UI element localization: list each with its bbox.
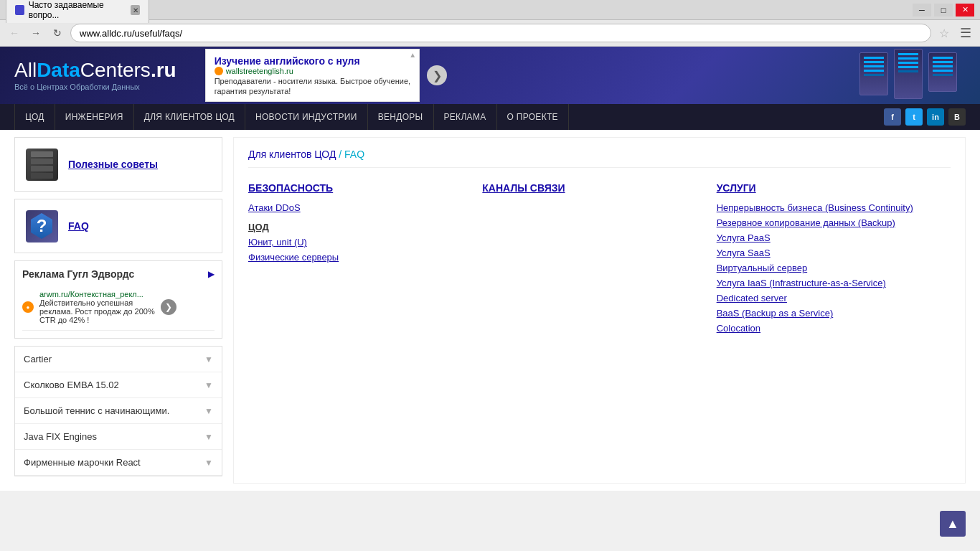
sidebar-faq-widget: ? FAQ xyxy=(14,199,222,253)
nav-item-cod[interactable]: ЦОД xyxy=(14,104,55,130)
faq-link-baas[interactable]: BaaS (Backup as a Service) xyxy=(717,308,936,319)
site-wrapper: AllDataCenters.ru Всё о Центрах Обработк… xyxy=(0,47,980,491)
faq-columns: БЕЗОПАСНОСТЬ Атаки DDoS ЦОД Юнит, unit (… xyxy=(248,182,951,338)
polezny-link[interactable]: Полезные советы xyxy=(15,138,222,191)
breadcrumb-separator: / xyxy=(339,149,344,160)
close-button[interactable]: ✕ xyxy=(956,4,974,17)
faq-col-services: УСЛУГИ Непрерывность бизнеса (Business C… xyxy=(717,182,951,338)
faq-link-colocation[interactable]: Colocation xyxy=(717,323,936,334)
security-header[interactable]: БЕЗОПАСНОСТЬ xyxy=(248,182,468,194)
facebook-link[interactable]: f xyxy=(884,108,901,126)
server-images xyxy=(851,47,966,104)
sidebar-list-item-cartier[interactable]: Cartier ▼ xyxy=(15,347,222,372)
sidebar-ad-arrow-button[interactable]: ❯ xyxy=(161,299,176,315)
sidebar-list-item-skolkovo[interactable]: Сколково EMBA 15.02 ▼ xyxy=(15,372,222,398)
logo-all: All xyxy=(14,59,37,81)
sidebar-list-label-tennis: Большой теннис с начинающими. xyxy=(24,405,169,416)
reload-button[interactable]: ↻ xyxy=(49,24,66,42)
menu-icon[interactable]: ☰ xyxy=(957,24,974,42)
faq-link-virtual-server[interactable]: Виртуальный сервер xyxy=(717,263,936,273)
sidebar-ad-text2: реклама. Рост продаж до 200% xyxy=(39,307,155,316)
sidebar-list-label-marochki: Фирменные марочки React xyxy=(24,457,141,468)
sidebar-list-item-marochki[interactable]: Фирменные марочки React ▼ xyxy=(15,450,222,476)
services-header[interactable]: УСЛУГИ xyxy=(717,182,936,194)
sidebar-ad-text3: CTR до 42% ! xyxy=(39,316,155,324)
breadcrumb-current: FAQ xyxy=(344,149,364,160)
sidebar-list-item-tennis[interactable]: Большой теннис с начинающими. ▼ xyxy=(15,398,222,424)
browser-tab[interactable]: Часто задаваемые вопро... ✕ xyxy=(6,0,149,23)
tab-favicon xyxy=(15,5,24,15)
faq-col-channels: КАНАЛЫ СВЯЗИ xyxy=(482,182,716,338)
blog-link[interactable]: B xyxy=(948,108,966,126)
nav-item-engineering[interactable]: ИНЖЕНЕРИЯ xyxy=(55,104,134,130)
faq-sidebar-link[interactable]: ? FAQ xyxy=(15,199,222,253)
sidebar-ad-item[interactable]: ● arwm.ru/Контекстная_рекл... Действител… xyxy=(22,284,215,331)
faq-link-iaas[interactable]: Услуга IaaS (Infrastructure-as-a-Service… xyxy=(717,278,936,288)
faq-section-cod[interactable]: ЦОД xyxy=(248,222,468,232)
faq-link-backup[interactable]: Резервное копирование данных (Backup) xyxy=(717,217,936,228)
site-subtitle: Всё о Центрах Обработки Данных xyxy=(14,83,176,91)
logo-centers: Centers xyxy=(80,59,151,81)
twitter-link[interactable]: t xyxy=(905,108,923,126)
sidebar-ad-header: Реклама Гугл Эдвордс ▶ xyxy=(22,268,215,280)
breadcrumb-clients-link[interactable]: Для клиентов ЦОД xyxy=(248,149,336,160)
ad-site-icon xyxy=(215,67,223,75)
faq-link-saas[interactable]: Услуга SaaS xyxy=(717,248,936,258)
bookmark-star-icon[interactable]: ☆ xyxy=(936,24,953,42)
header-ad-desc1: Преподаватели - носители языка. Быстрое … xyxy=(215,77,410,85)
nav-item-vendors[interactable]: ВЕНДОРЫ xyxy=(368,104,434,130)
header-ad-urltext: wallstreetenglish.ru xyxy=(226,67,293,75)
faq-sidebar-label: FAQ xyxy=(68,220,89,232)
logo-area: AllDataCenters.ru Всё о Центрах Обработк… xyxy=(14,60,176,91)
nav-item-about[interactable]: О ПРОЕКТЕ xyxy=(497,104,569,130)
faq-link-paas[interactable]: Услуга PaaS xyxy=(717,232,936,243)
sidebar-ad-title: Реклама Гугл Эдвордс xyxy=(22,268,134,280)
browser-chrome: Часто задаваемые вопро... ✕ ─ □ ✕ ← → ↻ … xyxy=(0,0,980,47)
faq-col-security: БЕЗОПАСНОСТЬ Атаки DDoS ЦОД Юнит, unit (… xyxy=(248,182,482,338)
forward-button[interactable]: → xyxy=(27,24,44,42)
browser-titlebar: Часто задаваемые вопро... ✕ ─ □ ✕ xyxy=(0,0,980,20)
nav-menu: ЦОД ИНЖЕНЕРИЯ ДЛЯ КЛИЕНТОВ ЦОД НОВОСТИ И… xyxy=(14,104,569,130)
sidebar-list-item-java[interactable]: Java FIX Engines ▼ xyxy=(15,424,222,450)
maximize-button[interactable]: □ xyxy=(934,4,953,17)
sidebar-list-label-skolkovo: Сколково EMBA 15.02 xyxy=(24,380,119,390)
nav-item-news[interactable]: НОВОСТИ ИНДУСТРИИ xyxy=(245,104,368,130)
tab-close-button[interactable]: ✕ xyxy=(131,5,140,15)
header-ad-url: wallstreetenglish.ru xyxy=(215,67,410,75)
header-ad-arrow-button[interactable]: ❯ xyxy=(427,65,447,85)
chevron-down-icon-skolkovo: ▼ xyxy=(204,380,213,390)
nav-item-advertising[interactable]: РЕКЛАМА xyxy=(434,104,497,130)
faq-link-servers[interactable]: Физические серверы xyxy=(248,252,468,263)
server-rack-2 xyxy=(894,49,923,99)
faq-icon-img: ? xyxy=(26,210,58,242)
sidebar-ad-url: arwm.ru/Контекстная_рекл... xyxy=(39,290,155,298)
shield-icon: ? xyxy=(31,213,52,239)
address-bar[interactable] xyxy=(70,24,931,42)
faq-link-unit[interactable]: Юнит, unit (U) xyxy=(248,237,468,248)
header-advertisement: ▲ Изучение английского с нуля wallstreet… xyxy=(205,49,420,102)
sidebar-ad-text1: Действительно успешная xyxy=(39,298,155,307)
sidebar-list-widget: Cartier ▼ Сколково EMBA 15.02 ▼ Большой … xyxy=(14,346,222,476)
server-rack-1 xyxy=(859,52,888,95)
window-controls: ─ □ ✕ xyxy=(913,4,974,17)
back-button[interactable]: ← xyxy=(6,24,23,42)
minimize-button[interactable]: ─ xyxy=(913,4,931,17)
sidebar-ad-site-icon: ● xyxy=(22,301,34,313)
chevron-down-icon-java: ▼ xyxy=(204,432,213,442)
logo-ru: .ru xyxy=(151,59,176,81)
faq-link-dedicated-server[interactable]: Dedicated server xyxy=(717,293,936,303)
faq-link-ddos[interactable]: Атаки DDoS xyxy=(248,202,468,213)
main-content: Для клиентов ЦОД / FAQ БЕЗОПАСНОСТЬ Атак… xyxy=(233,137,966,484)
faq-link-business-continuity[interactable]: Непрерывность бизнеса (Business Continui… xyxy=(717,202,936,213)
nav-item-clients[interactable]: ДЛЯ КЛИЕНТОВ ЦОД xyxy=(134,104,245,130)
header-ad-title[interactable]: Изучение английского с нуля xyxy=(215,55,410,67)
sidebar-ad-content: arwm.ru/Контекстная_рекл... Действительн… xyxy=(39,290,155,324)
site-logo[interactable]: AllDataCenters.ru xyxy=(14,60,176,80)
sidebar-ad-triangle-icon: ▶ xyxy=(208,269,215,279)
server-icon-img xyxy=(26,149,58,181)
channels-header[interactable]: КАНАЛЫ СВЯЗИ xyxy=(482,182,702,194)
linkedin-link[interactable]: in xyxy=(927,108,944,126)
sidebar-list-label-cartier: Cartier xyxy=(24,354,52,364)
tab-title: Часто задаваемые вопро... xyxy=(29,0,127,20)
sidebar-polezny-widget: Полезные советы xyxy=(14,137,222,192)
